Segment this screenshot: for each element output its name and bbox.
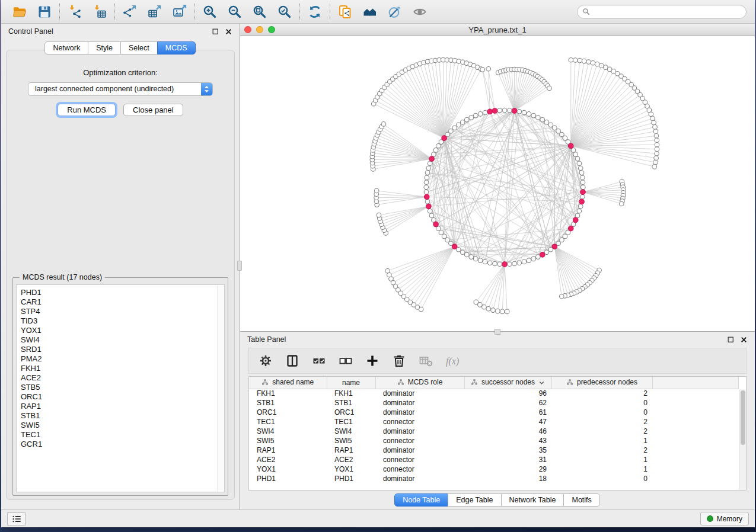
mcds-result-item[interactable]: ORC1 (21, 392, 224, 402)
mcds-hub-node[interactable] (487, 109, 493, 114)
mcds-hub-node[interactable] (512, 108, 517, 114)
graph-node[interactable] (439, 230, 444, 235)
mcds-hub-node[interactable] (573, 217, 578, 223)
table-cell[interactable]: SWI4 (327, 427, 375, 436)
export-image-button[interactable] (172, 4, 187, 20)
graph-leaf-node[interactable] (482, 305, 487, 309)
graph-node[interactable] (460, 120, 465, 124)
export-network-button[interactable] (122, 4, 138, 20)
table-cell[interactable]: 1 (551, 436, 652, 446)
table-cell[interactable]: 0 (551, 408, 652, 417)
graph-node[interactable] (553, 126, 557, 130)
table-cell[interactable] (652, 464, 739, 474)
refresh-layout-button[interactable] (307, 4, 323, 20)
graph-node[interactable] (432, 152, 436, 157)
table-cell[interactable]: TEC1 (249, 417, 327, 427)
node-table[interactable]: shared namenameMCDS rolesuccessor nodesp… (248, 376, 747, 491)
graph-node[interactable] (497, 108, 502, 113)
graph-node[interactable] (522, 110, 527, 115)
table-cell[interactable]: YOX1 (327, 464, 375, 474)
zoom-out-button[interactable] (227, 4, 243, 20)
graph-node[interactable] (560, 238, 564, 242)
table-cell[interactable]: SWI5 (327, 436, 375, 446)
tab-node-table[interactable]: Node Table (394, 493, 448, 507)
float-panel-icon[interactable] (212, 28, 219, 36)
table-cell[interactable]: RAP1 (249, 446, 327, 455)
graph-leaf-node[interactable] (377, 213, 381, 217)
graph-leaf-node[interactable] (653, 125, 658, 130)
table-cell[interactable]: dominator (375, 389, 464, 398)
graph-leaf-node[interactable] (569, 58, 573, 63)
graph-node[interactable] (575, 156, 580, 161)
mcds-hub-node[interactable] (426, 204, 432, 209)
table-cell[interactable]: FKH1 (327, 389, 375, 398)
graph-node[interactable] (433, 148, 438, 153)
graph-node[interactable] (577, 161, 582, 166)
graph-leaf-node[interactable] (652, 165, 657, 169)
table-cell[interactable]: connector (375, 464, 464, 474)
graph-leaf-node[interactable] (655, 147, 659, 152)
select-all-rows-button[interactable] (311, 353, 327, 368)
table-cell[interactable]: 2 (551, 427, 652, 436)
home-button[interactable] (362, 4, 378, 20)
graph-node[interactable] (469, 116, 474, 120)
table-cell[interactable]: 35 (464, 446, 551, 455)
graph-leaf-node[interactable] (653, 129, 658, 134)
table-row[interactable]: STB1STB1dominator620 (249, 398, 739, 408)
graph-node[interactable] (577, 209, 582, 213)
table-cell[interactable] (652, 455, 739, 464)
graph-node[interactable] (522, 259, 527, 264)
mcds-hub-node[interactable] (442, 136, 447, 141)
graph-leaf-node[interactable] (505, 309, 509, 314)
open-session-button[interactable] (12, 4, 27, 20)
mcds-result-item[interactable]: PHD1 (21, 288, 224, 297)
graph-node[interactable] (474, 113, 479, 118)
graph-leaf-node[interactable] (652, 120, 656, 125)
hide-annotations-button[interactable] (387, 4, 403, 20)
mcds-result-list[interactable]: PHD1CAR1STP4TID3YOX1SWI4SRD1PMA2FKH1ACE2… (16, 284, 225, 492)
mcds-result-item[interactable]: FKH1 (21, 364, 224, 373)
table-row[interactable]: SWI4SWI4dominator462 (249, 427, 739, 436)
mcds-result-item[interactable]: RAP1 (21, 402, 224, 411)
tab-edge-table[interactable]: Edge Table (448, 493, 501, 507)
mcds-result-item[interactable]: GCR1 (21, 440, 224, 449)
mcds-result-item[interactable]: CAR1 (21, 297, 224, 307)
graph-node[interactable] (425, 175, 429, 180)
table-cell[interactable]: YOX1 (249, 464, 327, 474)
column-header-predecessor-nodes[interactable]: predecessor nodes (551, 377, 652, 389)
graph-node[interactable] (478, 112, 483, 117)
search-input[interactable] (593, 8, 741, 16)
graph-node[interactable] (426, 166, 431, 171)
table-cell[interactable]: connector (375, 436, 464, 446)
task-history-button[interactable] (7, 512, 25, 525)
show-columns-button[interactable] (285, 353, 300, 368)
graph-node[interactable] (425, 200, 430, 204)
mcds-hub-node[interactable] (580, 190, 586, 195)
table-cell[interactable]: ORC1 (327, 408, 375, 417)
graph-leaf-node[interactable] (495, 309, 500, 313)
table-cell[interactable]: 0 (551, 474, 652, 483)
column-header-shared-name[interactable]: shared name (249, 377, 327, 389)
graph-node[interactable] (573, 152, 578, 157)
graph-leaf-node[interactable] (385, 268, 390, 273)
graph-leaf-node[interactable] (486, 67, 491, 72)
search-box[interactable] (577, 5, 747, 19)
memory-button[interactable]: Memory (700, 512, 749, 525)
graph-node[interactable] (445, 238, 450, 242)
graph-node[interactable] (531, 257, 536, 261)
table-cell[interactable]: 47 (464, 417, 551, 427)
graph-leaf-node[interactable] (480, 68, 485, 72)
mcds-hub-node[interactable] (568, 143, 573, 149)
column-settings-button[interactable] (258, 353, 273, 368)
close-panel-button[interactable]: Close panel (123, 104, 183, 116)
graph-node[interactable] (579, 171, 584, 175)
graph-leaf-node[interactable] (559, 294, 564, 299)
network-canvas[interactable] (240, 36, 755, 331)
mcds-hub-node[interactable] (452, 244, 457, 249)
graph-node[interactable] (536, 255, 541, 259)
mcds-result-item[interactable]: ACE2 (21, 373, 224, 383)
table-cell[interactable]: PHD1 (327, 474, 375, 483)
graph-node[interactable] (581, 185, 586, 190)
table-cell[interactable]: PHD1 (249, 474, 327, 483)
table-cell[interactable] (652, 446, 739, 455)
